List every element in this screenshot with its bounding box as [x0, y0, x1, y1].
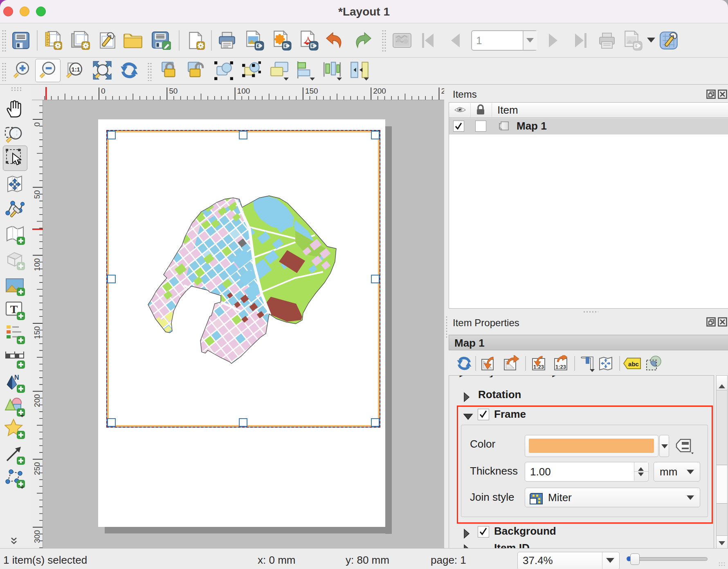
svg-text:250: 250 [33, 462, 41, 475]
svg-text:1:1: 1:1 [72, 66, 80, 73]
svg-text:abc: abc [628, 361, 639, 367]
svg-text:150: 150 [33, 326, 41, 339]
svg-text:300: 300 [33, 530, 41, 543]
svg-text:1:23: 1:23 [555, 364, 566, 370]
svg-text:50: 50 [169, 87, 178, 95]
svg-text:100: 100 [33, 258, 41, 271]
svg-text:250: 250 [441, 87, 445, 95]
svg-text:200: 200 [33, 394, 41, 407]
svg-text:0: 0 [101, 87, 106, 95]
svg-text:0: 0 [33, 122, 41, 127]
svg-text:50: 50 [33, 190, 41, 199]
svg-text:150: 150 [305, 87, 318, 95]
svg-text:N: N [14, 374, 19, 381]
svg-text:200: 200 [373, 87, 386, 95]
svg-text:100: 100 [237, 87, 250, 95]
svg-text:T: T [10, 303, 18, 316]
